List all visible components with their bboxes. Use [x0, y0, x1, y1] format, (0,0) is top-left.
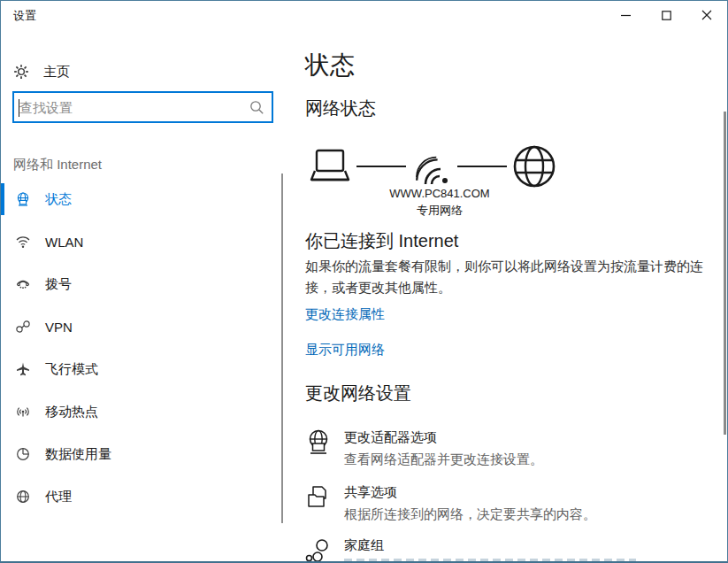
wifi-icon [15, 234, 31, 250]
show-available-networks-link[interactable]: 显示可用网络 [305, 342, 385, 359]
connection-description: 如果你的流量套餐有限制，则你可以将此网络设置为按流量计费的连接，或者更改其他属性… [305, 256, 705, 298]
maximize-icon [662, 11, 671, 20]
sidebar-item-label: 代理 [45, 489, 72, 505]
sidebar-item-home[interactable]: 主页 [1, 54, 275, 89]
main-content: 状态 网络状态 [305, 29, 728, 563]
network-name: WWW.PC841.COM [369, 187, 510, 200]
diagram-connector [457, 166, 507, 167]
sidebar-item-wlan[interactable]: WLAN [1, 222, 280, 261]
gear-icon [13, 64, 29, 80]
sidebar-item-status[interactable]: 状态 [1, 180, 280, 219]
wifi-icon [411, 147, 452, 186]
minimize-icon [621, 11, 631, 20]
sharing-icon [305, 484, 332, 511]
sidebar-item-label: VPN [45, 320, 73, 335]
text-caret [19, 99, 19, 117]
sidebar-item-data-usage[interactable]: 数据使用量 [1, 435, 280, 474]
proxy-icon [15, 489, 31, 505]
sidebar-item-airplane-mode[interactable]: 飞行模式 [1, 350, 280, 389]
setting-description: 根据所连接到的网络，决定要共享的内容。 [344, 506, 596, 523]
sidebar-item-label: 状态 [45, 191, 72, 208]
data-usage-icon [15, 446, 31, 462]
sidebar-item-dialup[interactable]: 拨号 [1, 265, 280, 304]
setting-title: 更改适配器选项 [344, 429, 543, 446]
sidebar-item-mobile-hotspot[interactable]: 移动热点 [1, 392, 280, 431]
change-connection-properties-link[interactable]: 更改连接属性 [305, 306, 385, 323]
home-label: 主页 [43, 64, 70, 81]
setting-description: 查看网络适配器并更改连接设置。 [344, 451, 543, 468]
change-network-settings-heading: 更改网络设置 [305, 382, 411, 405]
adapter-icon [305, 429, 332, 456]
network-status-heading: 网络状态 [305, 96, 376, 120]
search-icon[interactable] [249, 99, 264, 115]
page-title: 状态 [305, 49, 355, 82]
globe-icon [512, 144, 556, 189]
clipped-text-sliver [344, 559, 636, 562]
close-icon [701, 10, 712, 20]
sidebar-item-label: 飞行模式 [45, 361, 98, 378]
homegroup-icon [305, 537, 332, 563]
sidebar-item-label: WLAN [45, 235, 83, 250]
network-labels: WWW.PC841.COM 专用网络 [369, 187, 510, 219]
sidebar-item-proxy[interactable]: 代理 [1, 477, 280, 516]
main-scrollbar[interactable] [724, 112, 726, 435]
sidebar-scrollbar[interactable] [281, 174, 283, 523]
sidebar-item-label: 拨号 [45, 276, 72, 293]
sidebar-item-label: 数据使用量 [45, 446, 111, 463]
sharing-options-row[interactable]: 共享选项 根据所连接到的网络，决定要共享的内容。 [305, 484, 705, 523]
airplane-icon [15, 361, 31, 377]
sidebar-item-vpn[interactable]: VPN [1, 307, 280, 346]
maximize-button[interactable] [646, 1, 686, 29]
vpn-icon [15, 319, 31, 335]
change-adapter-options-row[interactable]: 更改适配器选项 查看网络适配器并更改连接设置。 [305, 429, 705, 468]
network-type: 专用网络 [369, 203, 510, 219]
laptop-icon [309, 148, 351, 185]
selection-indicator [1, 183, 4, 215]
titlebar: 设置 [1, 1, 727, 29]
window-title: 设置 [13, 8, 36, 24]
dialup-icon [15, 276, 31, 292]
connection-heading: 你已连接到 Internet [305, 229, 458, 253]
search-box [12, 91, 273, 123]
settings-window: 设置 主页 [0, 0, 728, 563]
diagram-connector [356, 166, 406, 167]
sidebar: 主页 网络和 Internet 状态 [1, 29, 293, 563]
setting-title: 共享选项 [344, 484, 596, 501]
window-controls [605, 1, 727, 29]
network-status-icon [15, 191, 31, 207]
hotspot-icon [15, 404, 31, 420]
network-diagram [309, 144, 574, 189]
sidebar-nav: 状态 WLAN [1, 180, 280, 520]
setting-title: 家庭组 [344, 537, 384, 554]
sidebar-item-label: 移动热点 [45, 404, 98, 420]
sidebar-section-header: 网络和 Internet [13, 157, 102, 174]
minimize-button[interactable] [605, 1, 646, 29]
close-button[interactable] [686, 1, 727, 29]
search-input[interactable] [14, 93, 249, 121]
